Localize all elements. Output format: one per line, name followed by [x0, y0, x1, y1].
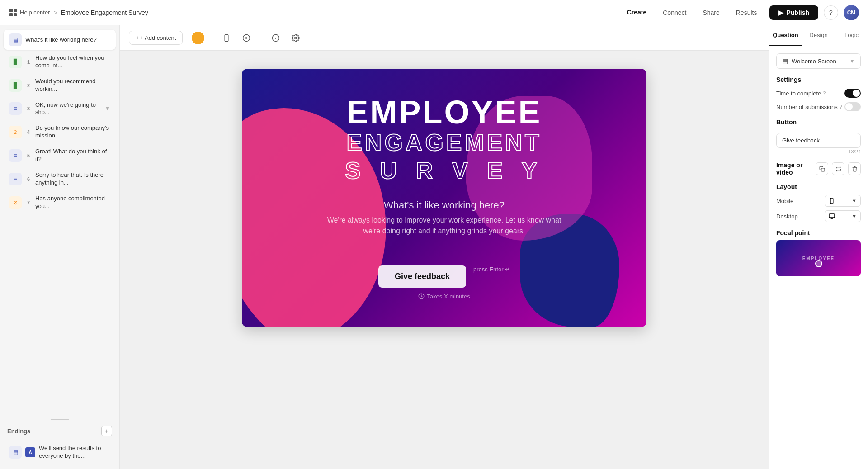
time-to-complete-toggle[interactable] [844, 89, 861, 98]
layout-heading: Layout [776, 183, 861, 190]
canvas-scroll[interactable]: EMPLOYEE ENGAGEMENT S U R V E Y What's i… [120, 51, 769, 469]
sidebar-icon-6: ≡ [9, 173, 22, 185]
button-text-input[interactable] [776, 133, 861, 148]
tab-share[interactable]: Share [695, 6, 726, 19]
avatar[interactable]: CM [844, 5, 859, 20]
press-enter-label: press Enter ↵ [473, 266, 510, 273]
dropdown-icon: ▤ [782, 57, 788, 65]
time-to-complete-label: Time to complete ? [776, 90, 826, 97]
desktop-layout-icon [829, 213, 835, 219]
sidebar-item-6[interactable]: ≡ 6 Sorry to hear that. Is there anythin… [4, 168, 116, 190]
tab-logic[interactable]: Logic [835, 25, 868, 46]
focal-point-preview[interactable]: EMPLOYEE [776, 240, 861, 276]
sidebar-item-text-2: Would you recommend workin... [35, 78, 110, 93]
image-video-section: Image or video [776, 161, 861, 176]
sidebar-icon-2: ▊ [9, 79, 22, 92]
settings-heading: Settings [776, 76, 861, 83]
mobile-preview-button[interactable] [219, 31, 234, 45]
image-video-heading: Image or video [776, 161, 816, 176]
survey-subtitle: What's it like working here? [322, 199, 566, 211]
canvas-toolbar: + + Add content [120, 25, 769, 51]
sidebar-icon-0: ▤ [9, 33, 22, 46]
sidebar-item-3[interactable]: ≡ 3 OK, now we're going to sho... ▼ [4, 98, 116, 120]
submissions-help-icon[interactable]: ? [840, 104, 842, 109]
svg-rect-13 [821, 168, 824, 171]
settings-button[interactable] [288, 31, 303, 45]
sidebar-item-text-4: Do you know our company's mission... [35, 124, 110, 140]
breadcrumb: Help center > Employee Engagement Survey [9, 9, 614, 17]
preview-content: EMPLOYEE ENGAGEMENT S U R V E Y What's i… [322, 96, 566, 300]
mobile-layout-select[interactable]: ▼ [825, 195, 861, 207]
toolbar-separator-1 [212, 33, 212, 43]
sidebar-icon-5: ≡ [9, 149, 22, 162]
svg-rect-0 [9, 9, 13, 12]
tab-connect[interactable]: Connect [656, 6, 693, 19]
layout-section: Layout Mobile ▼ Desktop ▼ [776, 183, 861, 222]
gear-icon [292, 34, 300, 42]
survey-title-engagement: ENGAGEMENT [322, 128, 566, 156]
publish-button[interactable]: ▶ Publish [769, 5, 818, 20]
add-ending-button[interactable]: + [101, 426, 112, 436]
num-submissions-row: Number of submissions ? [776, 102, 861, 111]
focal-point-dot[interactable] [815, 260, 822, 267]
desktop-layout-row: Desktop ▼ [776, 210, 861, 222]
survey-description: We're always looking to improve your wor… [322, 215, 566, 237]
sidebar-arrow-3: ▼ [105, 105, 110, 112]
publish-play-icon: ▶ [778, 9, 783, 16]
sidebar-endings-section: Endings + [0, 422, 119, 440]
sidebar-item-text-6: Sorry to hear that. Is there anything in… [35, 171, 110, 187]
sidebar-item-4[interactable]: ⊘ 4 Do you know our company's mission... [4, 121, 116, 143]
help-center-link[interactable]: Help center [20, 9, 50, 16]
char-count: 13/24 [776, 149, 861, 154]
image-copy-button[interactable] [816, 162, 828, 175]
trash-icon [852, 166, 858, 172]
focal-point-heading: Focal point [776, 229, 861, 237]
app-home-link[interactable]: Help center [9, 9, 50, 17]
sidebar-item-5[interactable]: ≡ 5 Great! What do you think of it? [4, 144, 116, 167]
tab-results[interactable]: Results [729, 6, 764, 19]
num-submissions-label: Number of submissions ? [776, 104, 842, 110]
sidebar-item-2[interactable]: ▊ 2 Would you recommend workin... [4, 74, 116, 97]
sidebar-item-text-3: OK, now we're going to sho... [35, 101, 101, 117]
sidebar-ending-item[interactable]: ▤ A We'll send the results to everyone b… [4, 441, 116, 464]
sidebar-num-5: 5 [25, 153, 32, 158]
ending-badge: A [25, 447, 35, 457]
tab-question[interactable]: Question [769, 25, 802, 46]
sidebar-item-text-5: Great! What do you think of it? [35, 148, 110, 163]
svg-point-11 [295, 37, 297, 39]
image-action-icons [816, 162, 861, 175]
nav-tabs: Create Connect Share Results [620, 6, 764, 19]
toolbar-separator-2 [261, 33, 261, 43]
help-button[interactable]: ? [824, 5, 838, 20]
num-submissions-toggle[interactable] [844, 102, 861, 111]
sidebar-num-1: 1 [25, 59, 32, 65]
add-content-button[interactable]: + + Add content [129, 31, 183, 45]
welcome-screen-dropdown[interactable]: ▤ Welcome Screen ▼ [776, 53, 861, 69]
tab-create[interactable]: Create [620, 6, 654, 19]
mobile-icon [222, 34, 231, 42]
svg-rect-4 [225, 34, 229, 41]
image-delete-button[interactable] [848, 162, 861, 175]
canvas-area: + + Add content [120, 25, 769, 469]
sidebar-icon-7: ⊘ [9, 196, 22, 209]
sidebar-item-1[interactable]: ▊ 1 How do you feel when you come int... [4, 51, 116, 73]
sidebar-ending-text: We'll send the results to everyone by th… [39, 445, 110, 460]
sidebar-item-0[interactable]: ▤ What's it like working here? [4, 30, 116, 50]
time-to-complete-row: Time to complete ? [776, 89, 861, 98]
give-feedback-button[interactable]: Give feedback [378, 265, 466, 288]
sidebar-item-7[interactable]: ⊘ 7 Has anyone complimented you... [4, 191, 116, 214]
swap-icon [835, 166, 841, 172]
sidebar-num-7: 7 [25, 200, 32, 205]
desktop-layout-select[interactable]: ▼ [825, 210, 861, 222]
nav-actions: ▶ Publish ? CM [769, 5, 859, 20]
image-swap-button[interactable] [832, 162, 844, 175]
time-help-icon[interactable]: ? [823, 90, 826, 96]
info-button[interactable] [269, 31, 283, 45]
orange-indicator-dot [192, 32, 204, 44]
play-icon [242, 34, 250, 42]
sidebar-icon-3: ≡ [9, 102, 22, 115]
play-button[interactable] [239, 31, 254, 45]
sidebar-questions-list: ▤ What's it like working here? ▊ 1 How d… [0, 25, 119, 417]
sidebar: ▤ What's it like working here? ▊ 1 How d… [0, 25, 120, 469]
tab-design[interactable]: Design [802, 25, 835, 46]
